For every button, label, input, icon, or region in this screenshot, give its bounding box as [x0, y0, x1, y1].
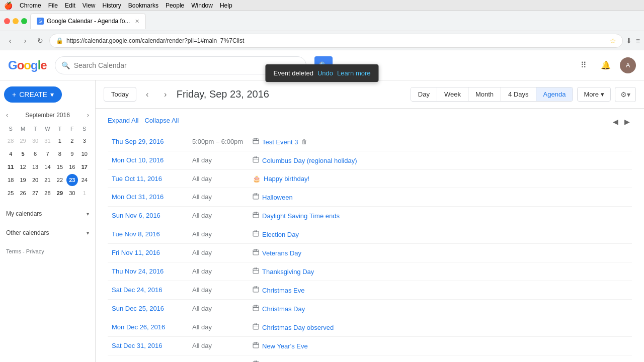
event-title-link[interactable]: Election Day: [253, 230, 628, 238]
next-period-btn[interactable]: ›: [158, 87, 173, 102]
minimize-window-btn[interactable]: [13, 18, 19, 24]
download-icon[interactable]: ⬇: [626, 37, 632, 45]
mini-cal-day[interactable]: 18: [5, 174, 16, 186]
event-title-link[interactable]: Test Event 3 🗑: [253, 138, 628, 146]
back-btn[interactable]: ‹: [4, 35, 16, 47]
menu-chrome[interactable]: Chrome: [20, 2, 41, 9]
mini-cal-next-btn[interactable]: ›: [85, 111, 91, 120]
google-logo[interactable]: Google: [8, 58, 47, 72]
view-btn-month[interactable]: Month: [468, 87, 501, 101]
mini-cal-day[interactable]: 2: [66, 135, 77, 147]
mini-cal-day[interactable]: 15: [54, 161, 65, 173]
mini-cal-day[interactable]: 9: [66, 148, 77, 160]
mini-cal-day[interactable]: 11: [5, 161, 16, 173]
mini-cal-day[interactable]: 24: [79, 174, 90, 186]
agenda-event-row[interactable]: Mon Oct 10, 2016All dayColumbus Day (reg…: [108, 151, 632, 170]
mini-cal-day[interactable]: 12: [17, 161, 28, 173]
agenda-event-row[interactable]: Tue Oct 11, 2016All day🎂Happy birthday!: [108, 170, 632, 188]
learn-more-link[interactable]: Learn more: [337, 69, 370, 77]
agenda-event-row[interactable]: Thu Sep 29, 20165:00pm – 6:00pmTest Even…: [108, 133, 632, 151]
mini-cal-day[interactable]: 29: [17, 135, 28, 147]
menu-file[interactable]: File: [48, 2, 58, 9]
menu-people[interactable]: People: [166, 2, 184, 9]
menu-history[interactable]: History: [103, 2, 121, 9]
agenda-event-row[interactable]: Thu Nov 24, 2016All dayThanksgiving Day: [108, 262, 632, 281]
event-delete-icon[interactable]: 🗑: [301, 138, 307, 145]
view-btn-week[interactable]: Week: [437, 87, 468, 101]
notifications-icon[interactable]: 🔔: [598, 57, 614, 73]
agenda-event-row[interactable]: Mon Dec 26, 2016All dayChristmas Day obs…: [108, 318, 632, 337]
tab-close-btn[interactable]: ✕: [135, 18, 139, 25]
prev-period-btn[interactable]: ‹: [140, 87, 154, 102]
today-button[interactable]: Today: [104, 87, 136, 102]
mini-cal-day[interactable]: 1: [54, 135, 65, 147]
mini-cal-day[interactable]: 5: [17, 148, 28, 160]
mini-cal-day[interactable]: 13: [30, 161, 41, 173]
menu-view[interactable]: View: [83, 2, 96, 9]
list-view-next-btn[interactable]: ▶: [622, 117, 632, 127]
agenda-event-row[interactable]: Sun Dec 25, 2016All dayChristmas Day: [108, 300, 632, 318]
agenda-event-row[interactable]: Sun Nov 6, 2016All dayDaylight Saving Ti…: [108, 207, 632, 225]
avatar[interactable]: A: [620, 57, 636, 73]
mini-cal-day[interactable]: 28: [5, 135, 16, 147]
event-title-link[interactable]: Halloween: [253, 193, 628, 201]
event-title-link[interactable]: 🎂Happy birthday!: [253, 175, 628, 183]
mini-cal-day[interactable]: 28: [42, 187, 53, 199]
agenda-event-row[interactable]: Mon Oct 31, 2016All dayHalloween: [108, 188, 632, 207]
mini-cal-day[interactable]: 27: [30, 187, 41, 199]
my-calendars-header[interactable]: My calendars ▾: [4, 208, 91, 219]
mini-cal-day[interactable]: 8: [54, 148, 65, 160]
agenda-event-row[interactable]: Tue Nov 8, 2016All dayElection Day: [108, 225, 632, 244]
mini-cal-day[interactable]: 7: [42, 148, 53, 160]
event-title-link[interactable]: Christmas Day observed: [253, 323, 628, 331]
agenda-event-row[interactable]: Sat Dec 31, 2016All dayNew Year's Eve: [108, 337, 632, 355]
refresh-btn[interactable]: ↻: [34, 35, 46, 47]
mini-cal-day[interactable]: 3: [79, 135, 90, 147]
mini-cal-day[interactable]: 26: [17, 187, 28, 199]
view-btn-day[interactable]: Day: [411, 87, 437, 101]
more-views-button[interactable]: More ▾: [577, 87, 611, 102]
mini-cal-day[interactable]: 4: [5, 148, 16, 160]
list-view-prev-btn[interactable]: ◀: [611, 117, 620, 127]
mini-cal-day[interactable]: 14: [42, 161, 53, 173]
mini-cal-day[interactable]: 21: [42, 174, 53, 186]
star-icon[interactable]: ☆: [610, 37, 616, 45]
mini-cal-day[interactable]: 25: [5, 187, 16, 199]
menu-help[interactable]: Help: [220, 2, 232, 9]
maximize-window-btn[interactable]: [21, 18, 27, 24]
agenda-event-row[interactable]: Sun Jan 1, 2017All dayNew Year's Day: [108, 355, 632, 363]
terms-link[interactable]: Terms: [6, 248, 21, 254]
menu-bookmarks[interactable]: Bookmarks: [128, 2, 158, 9]
mini-cal-prev-btn[interactable]: ‹: [4, 111, 10, 120]
expand-all-link[interactable]: Expand All: [108, 117, 138, 127]
active-tab[interactable]: G Google Calendar - Agenda fo... ✕: [30, 13, 146, 29]
mini-cal-day[interactable]: 22: [54, 174, 65, 186]
menu-window[interactable]: Window: [191, 2, 213, 9]
event-title-link[interactable]: Veterans Day: [253, 249, 628, 257]
event-title-link[interactable]: Columbus Day (regional holiday): [253, 156, 628, 164]
mini-cal-day[interactable]: 19: [17, 174, 28, 186]
agenda-event-row[interactable]: Fri Nov 11, 2016All dayVeterans Day: [108, 244, 632, 262]
mini-cal-day[interactable]: 17: [79, 161, 90, 173]
mini-cal-day[interactable]: 30: [66, 187, 77, 199]
agenda-container[interactable]: Expand All Collapse All ◀ ▶ Thu Sep 29, …: [96, 109, 644, 362]
privacy-link[interactable]: Privacy: [26, 248, 44, 254]
address-bar[interactable]: 🔒 https://calendar.google.com/calendar/r…: [49, 34, 623, 48]
mini-cal-day[interactable]: 29: [54, 187, 65, 199]
other-calendars-header[interactable]: Other calendars ▾: [4, 227, 91, 238]
mini-cal-day[interactable]: 31: [42, 135, 53, 147]
view-btn-agenda[interactable]: Agenda: [536, 87, 573, 101]
apps-icon[interactable]: ⠿: [576, 57, 592, 73]
create-button[interactable]: + CREATE ▾: [4, 86, 62, 103]
collapse-all-link[interactable]: Collapse All: [144, 117, 179, 127]
mini-cal-day[interactable]: 16: [66, 161, 77, 173]
mini-cal-day[interactable]: 10: [79, 148, 90, 160]
undo-link[interactable]: Undo: [317, 69, 333, 77]
settings-button[interactable]: ⚙ ▾: [615, 87, 636, 102]
menu-icon[interactable]: ≡: [636, 37, 640, 45]
mini-cal-day[interactable]: 23: [66, 174, 77, 186]
menu-edit[interactable]: Edit: [65, 2, 75, 9]
close-window-btn[interactable]: [4, 18, 10, 24]
event-title-link[interactable]: Daylight Saving Time ends: [253, 212, 628, 220]
event-title-link[interactable]: Christmas Day: [253, 305, 628, 313]
